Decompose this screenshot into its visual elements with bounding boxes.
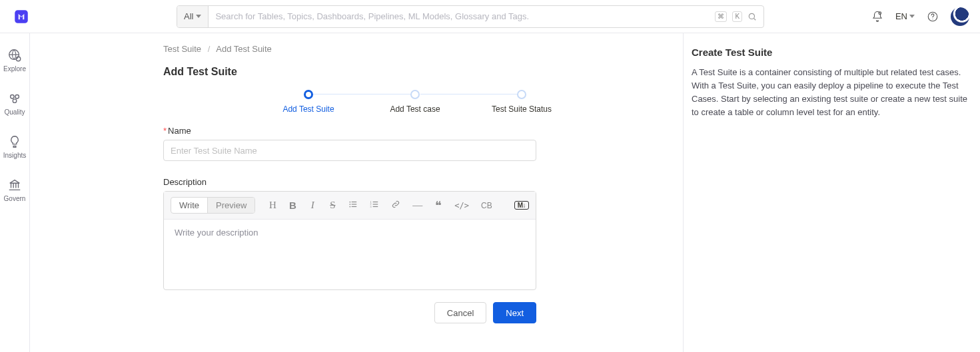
govern-icon [7,178,22,192]
description-editor: Write Preview H B I S 123 — ❝ </> [163,191,536,290]
search-suffix: ⌘ K [715,11,763,22]
sidebar-item-quality[interactable]: Quality [0,91,29,116]
right-panel: Create Test Suite A Test Suite is a cont… [684,33,980,352]
step-label: Test Suite Status [492,104,552,114]
notification-bell-icon[interactable] [871,11,883,23]
breadcrumb: Test Suite / Add Test Suite [163,44,667,54]
step-circle-icon [304,90,313,99]
link-icon[interactable] [390,200,402,212]
cancel-button[interactable]: Cancel [434,302,486,323]
format-icons: H B I S 123 — ❝ </> CB [267,200,493,212]
hr-icon[interactable]: — [411,200,424,211]
breadcrumb-parent[interactable]: Test Suite [163,44,201,54]
sidebar-item-explore[interactable]: Explore [0,48,29,73]
step-circle-icon [517,90,526,99]
codeblock-icon[interactable]: CB [480,201,494,210]
breadcrumb-separator: / [208,44,211,54]
heading-icon[interactable]: H [267,200,278,211]
next-button[interactable]: Next [493,302,536,323]
help-icon[interactable] [927,11,939,23]
breadcrumb-current: Add Test Suite [216,44,272,54]
step-status[interactable]: Test Suite Status [472,90,572,114]
quality-icon [7,91,22,106]
italic-icon[interactable]: I [307,200,318,211]
app-header: All ⌘ K EN [0,0,980,33]
svg-point-8 [11,95,14,99]
name-label: *Name [163,126,667,136]
chevron-down-icon [909,15,915,18]
explore-icon [7,48,22,63]
steps: Add Test Suite Add Test case Test Suite … [258,90,572,114]
kbd-cmd: ⌘ [715,11,727,22]
form-actions: Cancel Next [163,302,536,323]
tab-preview[interactable]: Preview [208,198,254,213]
description-textarea[interactable]: Write your description [164,220,536,289]
search-filter-label: All [184,11,193,21]
svg-point-13 [350,204,351,205]
sidebar-item-insights[interactable]: Insights [0,134,29,159]
header-right: EN [871,7,969,26]
sidebar-item-govern[interactable]: Govern [0,178,29,202]
svg-line-2 [753,18,755,20]
search-filter-select[interactable]: All [177,6,209,27]
search-bar: All ⌘ K [177,5,764,28]
step-add-case[interactable]: Add Test case [365,90,465,114]
right-panel-title: Create Test Suite [692,47,969,58]
logo-icon [13,8,30,25]
sidebar-item-label: Insights [3,152,26,159]
main-content: Test Suite / Add Test Suite Add Test Sui… [30,33,684,352]
sidebar-item-label: Govern [4,195,26,202]
svg-point-5 [932,19,933,19]
svg-point-9 [15,95,19,99]
sidebar: Explore Quality Insights Govern [0,33,30,352]
bold-icon[interactable]: B [287,200,298,211]
strike-icon[interactable]: S [327,200,338,211]
bullet-list-icon[interactable] [347,200,359,212]
svg-point-10 [13,99,17,103]
svg-text:3: 3 [370,204,372,208]
right-panel-body: A Test Suite is a container consisting o… [692,66,969,120]
sidebar-item-label: Quality [4,108,25,116]
quote-icon[interactable]: ❝ [433,202,444,209]
description-label: Description [163,177,667,187]
search-icon[interactable] [747,12,757,21]
kbd-k: K [732,11,742,22]
step-label: Add Test Suite [282,104,334,114]
svg-point-11 [350,201,351,202]
chevron-down-icon [196,15,201,18]
app-logo[interactable] [11,6,32,27]
language-label: EN [895,11,907,21]
code-icon[interactable]: </> [453,201,470,210]
page-title: Add Test Suite [163,66,667,78]
step-label: Add Test case [390,104,440,114]
test-suite-name-input[interactable] [163,140,536,161]
markdown-toggle[interactable]: M↓ [514,201,529,210]
svg-point-1 [749,13,754,19]
step-add-suite[interactable]: Add Test Suite [258,90,358,114]
step-circle-icon [410,90,420,99]
numbered-list-icon[interactable]: 123 [368,200,380,212]
editor-tabs: Write Preview [171,197,255,214]
tab-write[interactable]: Write [171,198,208,213]
svg-point-15 [350,206,351,207]
editor-toolbar: Write Preview H B I S 123 — ❝ </> [164,192,536,220]
language-select[interactable]: EN [895,11,915,21]
user-avatar[interactable] [951,7,969,26]
insights-icon [7,134,22,149]
search-input[interactable] [209,6,715,27]
sidebar-item-label: Explore [3,65,26,73]
